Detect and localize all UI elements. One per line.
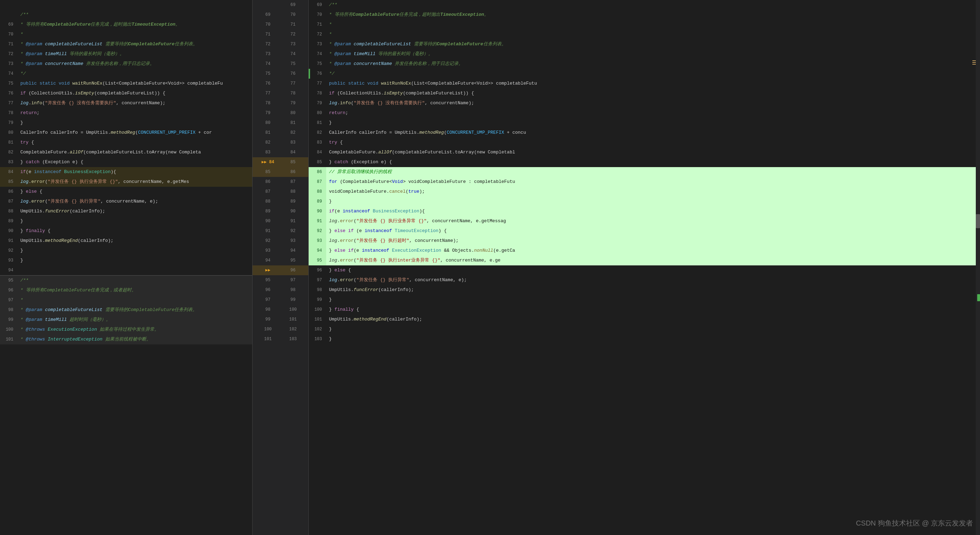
table-row: 84 CompletableFuture.allOf(completableFu… bbox=[309, 147, 980, 157]
diff-gutter: 69 69 70 70 71 71 72 72 73 73 74 bbox=[253, 0, 309, 535]
table-row: 83 } catch (Exception e) { bbox=[0, 157, 252, 167]
left-code-area[interactable]: /** 69 * 等待所有CompletableFuture任务完成，超时抛出T… bbox=[0, 0, 252, 535]
table-row: 99 } bbox=[309, 295, 980, 305]
gutter-row: 93 94 bbox=[253, 246, 308, 256]
table-row: 69 * 等待所有CompletableFuture任务完成，超时抛出Timeo… bbox=[0, 20, 252, 29]
minimap-highlight bbox=[977, 294, 980, 301]
table-row-added: 87 for (CompletableFuture<Void> voidComp… bbox=[309, 177, 980, 187]
gutter-row: 97 99 bbox=[253, 295, 308, 305]
gutter-row-arrow: ▶▶ 96 bbox=[253, 265, 308, 275]
table-row: 78 if (CollectionUtils.isEmpty(completab… bbox=[309, 88, 980, 98]
table-row: 101 UmpUtils.methodRegEnd(callerInfo); bbox=[309, 315, 980, 324]
table-row: 76 if (CollectionUtils.isEmpty(completab… bbox=[0, 88, 252, 98]
table-row: 72 * @param timeMill 等待的最长时间（毫秒）。 bbox=[0, 49, 252, 59]
table-row: 96 * 等待所有CompletableFuture任务完成，或者超时。 bbox=[0, 286, 252, 295]
gutter-row: 87 88 bbox=[253, 187, 308, 196]
gutter-row: 71 72 bbox=[253, 29, 308, 39]
gutter-row: 94 95 bbox=[253, 256, 308, 265]
gutter-row: 89 90 bbox=[253, 206, 308, 216]
table-row: 100 * @throws ExecutionException 如果在等待过程… bbox=[0, 325, 252, 335]
gutter-row: 101 103 bbox=[253, 334, 308, 344]
table-row: 96 } else { bbox=[309, 265, 980, 275]
table-row: 79 log.info("并发任务 {} 没有任务需要执行", concurre… bbox=[309, 98, 980, 108]
table-row: 91 UmpUtils.methodRegEnd(callerInfo); bbox=[0, 236, 252, 246]
table-row bbox=[0, 0, 252, 10]
gutter-row: 72 73 bbox=[253, 39, 308, 49]
gutter-row: 96 98 bbox=[253, 285, 308, 295]
gutter-row-arrow: 85 86 bbox=[253, 167, 308, 177]
table-row: 74 * @param timeMill 等待的最长时间（毫秒）。 bbox=[309, 49, 980, 59]
gutter-row: 95 97 bbox=[253, 275, 308, 285]
table-row: 98 * @param completableFutureList 需要等待的C… bbox=[0, 305, 252, 315]
table-row: 81 } bbox=[309, 118, 980, 128]
gutter-row: 100 102 bbox=[253, 324, 308, 334]
table-row: 89 } bbox=[0, 216, 252, 226]
table-row: 74 */ bbox=[0, 69, 252, 79]
table-row: 88 UmpUtils.funcError(callerInfo); bbox=[0, 206, 252, 216]
gutter-row: 74 75 bbox=[253, 59, 308, 69]
table-row: 73 * @param concurrentName 并发任务的名称，用于日志记… bbox=[0, 59, 252, 69]
table-row-added: 95 log.error("并发任务 {} 执行inter业务异常 {}", c… bbox=[309, 256, 980, 265]
table-row-added: 94 } else if(e instanceof ExecutionExcep… bbox=[309, 246, 980, 256]
table-row: 80 CallerInfo callerInfo = UmpUtils.meth… bbox=[0, 128, 252, 137]
change-marker bbox=[309, 69, 310, 79]
gutter-row-arrow: ▶▶ 84 85 bbox=[253, 157, 308, 167]
table-row: 70 * bbox=[0, 29, 252, 39]
gutter-row: 77 78 bbox=[253, 88, 308, 98]
gutter-row: 80 81 bbox=[253, 118, 308, 128]
table-row: 69 /** bbox=[309, 0, 980, 10]
table-row-added: 88 voidCompletableFuture.cancel(true); bbox=[309, 187, 980, 196]
gutter-row: 78 79 bbox=[253, 98, 308, 108]
right-pane: 69 /** 70 * 等待所有CompletableFuture任务完成，超时… bbox=[309, 0, 980, 535]
gutter-row: 91 92 bbox=[253, 226, 308, 236]
gutter-row: 69 70 bbox=[253, 10, 308, 20]
table-row: 71 * @param completableFutureList 需要等待的C… bbox=[0, 39, 252, 49]
table-row: 82 CallerInfo callerInfo = UmpUtils.meth… bbox=[309, 128, 980, 137]
table-row: 76 */ bbox=[309, 69, 980, 79]
table-row-added: 89 } bbox=[309, 196, 980, 206]
gutter-row: 98 100 bbox=[253, 305, 308, 315]
right-code-area[interactable]: 69 /** 70 * 等待所有CompletableFuture任务完成，超时… bbox=[309, 0, 980, 535]
table-row: 77 log.info("并发任务 {} 没有任务需要执行", concurre… bbox=[0, 98, 252, 108]
table-row: 75 public static void waitRunNoEx(List<C… bbox=[0, 79, 252, 88]
table-row: 80 return; bbox=[309, 108, 980, 118]
table-row-added: 90 if(e instanceof BusinessException){ bbox=[309, 206, 980, 216]
table-row: 72 * bbox=[309, 29, 980, 39]
table-row-added: 93 log.error("并发任务 {} 执行超时", concurrentN… bbox=[309, 236, 980, 246]
table-row: 95 /** bbox=[0, 276, 252, 286]
table-row-added: 86 // 异常后取消继续执行的线程 bbox=[309, 167, 980, 177]
table-row: 98 UmpUtils.funcError(callerInfo); bbox=[309, 285, 980, 295]
gutter-row: 99 101 bbox=[253, 315, 308, 324]
table-row: 97 log.error("并发任务 {} 执行异常", concurrentN… bbox=[309, 275, 980, 285]
gutter-row: 86 87 bbox=[253, 177, 308, 187]
gutter-row: 82 83 bbox=[253, 137, 308, 147]
table-row-added: 92 } else if (e instanceof TimeoutExcept… bbox=[309, 226, 980, 236]
table-row: 100 } finally { bbox=[309, 305, 980, 315]
gutter-row: 75 76 bbox=[253, 69, 308, 79]
gutter-row: 76 77 bbox=[253, 79, 308, 88]
table-row: 86 } else { bbox=[0, 187, 252, 196]
table-row-added: 91 log.error("并发任务 {} 执行业务异常 {}", concur… bbox=[309, 216, 980, 226]
table-row: 94 bbox=[0, 265, 252, 275]
gutter-row: 88 89 bbox=[253, 196, 308, 206]
table-row: 87 log.error("并发任务 {} 执行异常", concurrentN… bbox=[0, 196, 252, 206]
table-row: /** bbox=[0, 10, 252, 20]
table-row: 71 * bbox=[309, 20, 980, 29]
scrollbar-track[interactable] bbox=[976, 0, 980, 535]
table-row: 73 * @param completableFutureList 需要等待的C… bbox=[309, 39, 980, 49]
gutter-row: 83 84 bbox=[253, 147, 308, 157]
table-row: 85 log.error("并发任务 {} 执行业务异常 {}", concur… bbox=[0, 177, 252, 187]
table-row: 102 } bbox=[309, 324, 980, 334]
scrollbar-thumb[interactable] bbox=[976, 214, 980, 228]
gutter-row: 69 bbox=[253, 0, 308, 10]
gutter-row: 81 82 bbox=[253, 128, 308, 137]
editor-container: /** 69 * 等待所有CompletableFuture任务完成，超时抛出T… bbox=[0, 0, 980, 535]
table-row: 78 return; bbox=[0, 108, 252, 118]
left-pane: /** 69 * 等待所有CompletableFuture任务完成，超时抛出T… bbox=[0, 0, 253, 535]
table-row: 84 if(e instanceof BusinessException){ bbox=[0, 167, 252, 177]
gutter-row: 92 93 bbox=[253, 236, 308, 246]
table-row: 103 } bbox=[309, 334, 980, 344]
table-row: 85 } catch (Exception e) { bbox=[309, 157, 980, 167]
table-row: 79 } bbox=[0, 118, 252, 128]
table-row: 92 } bbox=[0, 246, 252, 256]
